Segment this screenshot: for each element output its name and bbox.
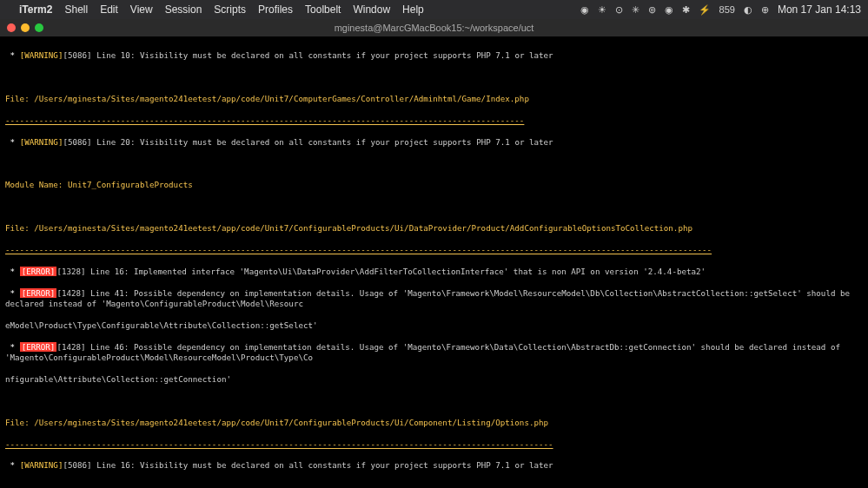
status-icon[interactable]: ✱ <box>682 4 690 16</box>
module-name: Module Name: Unit7_ConfigurableProducts <box>5 180 193 189</box>
warning-tag: [WARNING] <box>20 460 63 470</box>
log-line: eModel\Product\Type\Configurable\Attribu… <box>5 320 318 330</box>
menu-toolbelt[interactable]: Toolbelt <box>305 3 341 16</box>
menu-help[interactable]: Help <box>402 3 424 16</box>
status-icon[interactable]: ⊙ <box>615 4 623 16</box>
log-line: [5086] Line 10: Visibility must be decla… <box>63 50 553 60</box>
menubar-left: iTerm2 Shell Edit View Session Scripts P… <box>7 3 424 16</box>
window-title: mginesta@MarcGMacBook15:~/workspace/uct <box>335 23 534 33</box>
error-tag: [ERROR] <box>20 267 57 276</box>
log-line: [5086] Line 20: Visibility must be decla… <box>63 137 553 147</box>
warning-tag: [WARNING] <box>20 50 63 60</box>
menu-scripts[interactable]: Scripts <box>214 3 246 16</box>
terminal-window: mginesta@MarcGMacBook15:~/workspace/uct … <box>0 19 868 488</box>
fullscreen-button[interactable] <box>35 23 43 32</box>
file-path: File: /Users/mginesta/Sites/magento241ee… <box>5 418 548 427</box>
menu-window[interactable]: Window <box>353 3 390 16</box>
log-line: [1428] Line 46: Possible dependency on i… <box>5 342 845 362</box>
file-path: File: /Users/mginesta/Sites/magento241ee… <box>5 223 692 233</box>
error-tag: [ERROR] <box>20 288 57 298</box>
window-titlebar[interactable]: mginesta@MarcGMacBook15:~/workspace/uct <box>0 19 868 36</box>
menu-app[interactable]: iTerm2 <box>19 3 52 16</box>
menu-profiles[interactable]: Profiles <box>258 3 293 16</box>
battery-icon[interactable]: ⚡ <box>699 4 711 16</box>
traffic-lights <box>7 23 43 32</box>
log-line: [5086] Line 16: Visibility must be decla… <box>63 460 553 470</box>
close-button[interactable] <box>7 23 16 32</box>
status-icon[interactable]: ⊕ <box>761 4 769 16</box>
log-line: [1428] Line 41: Possible dependency on i… <box>5 288 855 308</box>
status-icon[interactable]: ◉ <box>580 4 589 16</box>
menu-session[interactable]: Session <box>165 3 202 16</box>
menu-view[interactable]: View <box>130 3 153 16</box>
status-icon[interactable]: ✳ <box>632 4 639 16</box>
macos-menubar: iTerm2 Shell Edit View Session Scripts P… <box>0 0 868 19</box>
menu-edit[interactable]: Edit <box>100 3 118 16</box>
log-line: [1328] Line 16: Implemented interface 'M… <box>56 267 706 276</box>
status-icon[interactable]: ☀ <box>598 4 606 16</box>
warning-tag: [WARNING] <box>20 137 63 147</box>
log-line: nfigurable\Attribute\Collection::getConn… <box>5 374 231 384</box>
status-icon[interactable]: ◐ <box>744 4 752 16</box>
minimize-button[interactable] <box>21 23 30 32</box>
menu-shell[interactable]: Shell <box>64 3 88 16</box>
error-tag: [ERROR] <box>20 342 57 352</box>
status-icon[interactable]: ◉ <box>665 4 673 16</box>
battery-text: 859 <box>719 4 735 15</box>
file-path: File: /Users/mginesta/Sites/magento241ee… <box>5 94 529 103</box>
menubar-datetime[interactable]: Mon 17 Jan 14:13 <box>778 3 861 16</box>
terminal-output[interactable]: * [WARNING][5086] Line 10: Visibility mu… <box>0 36 868 488</box>
status-icon[interactable]: ⊚ <box>648 4 656 16</box>
menubar-right: ◉ ☀ ⊙ ✳ ⊚ ◉ ✱ ⚡ 859 ◐ ⊕ Mon 17 Jan 14:13 <box>580 3 861 16</box>
